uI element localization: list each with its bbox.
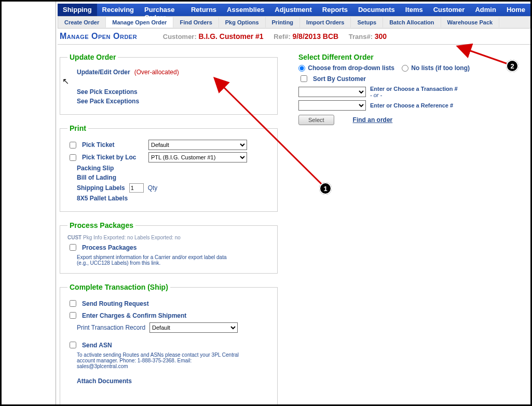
callout-1: 1 xyxy=(319,182,332,195)
nav-admin[interactable]: Admin xyxy=(470,4,501,16)
subnav-create-order[interactable]: Create Order xyxy=(58,17,106,28)
process-packages-desc: Export shipment information for a Carrie… xyxy=(77,254,233,266)
pkg-status: Pkg Info Exported: no Labels Exported: n… xyxy=(83,235,181,240)
enter-charges-link[interactable]: Enter Charges & Confirm Shipment xyxy=(82,312,186,319)
nav-assemblies[interactable]: Assemblies xyxy=(222,4,269,16)
process-packages-link[interactable]: Process Packages xyxy=(82,244,137,251)
send-asn-desc: To activate sending Routes and ASNs plea… xyxy=(77,352,243,369)
pick-ticket-loc-checkbox[interactable] xyxy=(70,154,76,161)
print-legend: Print xyxy=(67,124,88,132)
pick-ticket-checkbox[interactable] xyxy=(70,142,76,148)
header-bar: Manage Open Order Customer: B.I.G. Custo… xyxy=(58,29,530,45)
nav-home[interactable]: Home xyxy=(501,4,530,16)
see-pick-exceptions-link[interactable]: See Pick Exceptions xyxy=(77,88,138,96)
nav-customer[interactable]: Customer xyxy=(428,4,470,16)
select-different-order-header: Select Different Order xyxy=(298,53,496,61)
send-routing-checkbox[interactable] xyxy=(70,300,76,307)
nav-receiving[interactable]: Receiving xyxy=(97,4,139,16)
print-record-label: Print Transaction Record xyxy=(77,324,145,331)
update-order-box: Update Order Update/Edit Order (Over-all… xyxy=(60,53,278,115)
complete-transaction-legend: Complete Transaction (Ship) xyxy=(67,283,170,291)
main-nav: Shipping Receiving Purchase Orders Retur… xyxy=(58,4,530,16)
pick-ticket-loc-select[interactable]: PTL (B.I.G. Customer #1) xyxy=(148,152,247,163)
choose-dropdown-option[interactable]: Choose from drop-down lists xyxy=(298,64,394,72)
select-button[interactable]: Select xyxy=(298,115,334,125)
reference-select[interactable] xyxy=(298,100,366,111)
subnav-manage-open-order[interactable]: Manage Open Order xyxy=(106,17,173,28)
process-packages-checkbox[interactable] xyxy=(70,244,76,251)
nav-items[interactable]: Items xyxy=(400,4,428,16)
print-box: Print Pick Ticket Default Pick Ticket by… xyxy=(60,124,278,212)
nav-returns[interactable]: Returns xyxy=(186,4,222,16)
shipping-labels-qty-input[interactable] xyxy=(129,183,144,193)
hint-or: - or - xyxy=(370,92,382,98)
pkg-status-prefix: CUST xyxy=(67,235,81,240)
vertical-divider xyxy=(56,2,56,404)
update-order-legend: Update Order xyxy=(67,53,118,61)
sub-nav: Create Order Manage Open Order Find Orde… xyxy=(58,16,530,29)
enter-charges-checkbox[interactable] xyxy=(70,312,76,319)
shipping-labels-link[interactable]: Shipping Labels xyxy=(77,184,125,192)
nav-shipping[interactable]: Shipping xyxy=(58,4,97,16)
qty-label: Qty xyxy=(148,184,158,192)
update-edit-order-link[interactable]: Update/Edit Order xyxy=(77,69,130,76)
attach-documents-link[interactable]: Attach Documents xyxy=(77,377,132,385)
hint-reference: Enter or Choose a Reference # xyxy=(370,102,453,109)
pick-ticket-loc-link[interactable]: Pick Ticket by Loc xyxy=(82,154,144,161)
over-allocated-note: (Over-allocated) xyxy=(134,69,179,76)
customer-label: Customer: xyxy=(163,33,197,40)
subnav-setups[interactable]: Setups xyxy=(351,17,383,28)
transaction-select[interactable] xyxy=(298,87,366,97)
pick-ticket-select[interactable]: Default xyxy=(148,140,247,150)
pallet-labels-link[interactable]: 8X5 Pallet Labels xyxy=(77,195,128,202)
cursor-icon: ↖ xyxy=(62,76,69,86)
callout-2: 2 xyxy=(506,60,519,72)
pick-ticket-link[interactable]: Pick Ticket xyxy=(82,141,144,148)
find-an-order-link[interactable]: Find an order xyxy=(353,116,393,124)
ref-label: Ref#: xyxy=(274,33,291,40)
process-packages-box: Process Packages CUST Pkg Info Exported:… xyxy=(60,221,278,274)
trans-value: 300 xyxy=(375,32,387,40)
subnav-printing[interactable]: Printing xyxy=(266,17,301,28)
nav-reports[interactable]: Reports xyxy=(317,4,353,16)
hint-transaction: Enter or Choose a Transaction # xyxy=(370,86,458,92)
nav-purchase-orders[interactable]: Purchase Orders xyxy=(139,4,186,16)
see-pack-exceptions-link[interactable]: See Pack Exceptions xyxy=(77,98,139,105)
complete-transaction-box: Complete Transaction (Ship) Send Routing… xyxy=(60,283,278,406)
process-packages-legend: Process Packages xyxy=(67,221,135,229)
no-lists-option[interactable]: No lists (if too long) xyxy=(402,64,470,72)
page-title: Manage Open Order xyxy=(60,32,137,40)
subnav-warehouse-pack[interactable]: Warehouse Pack xyxy=(441,17,500,28)
customer-value: B.I.G. Customer #1 xyxy=(198,32,263,40)
sort-by-customer-label: Sort By Customer xyxy=(313,75,366,83)
sort-by-customer-checkbox[interactable] xyxy=(301,75,307,82)
subnav-find-orders[interactable]: Find Orders xyxy=(173,17,219,28)
subnav-import-orders[interactable]: Import Orders xyxy=(300,17,351,28)
print-record-select[interactable]: Default xyxy=(149,322,238,333)
choose-dropdown-radio[interactable] xyxy=(298,65,305,72)
packing-slip-link[interactable]: Packing Slip xyxy=(77,165,114,172)
send-routing-link[interactable]: Send Routing Request xyxy=(82,300,149,307)
subnav-pkg-options[interactable]: Pkg Options xyxy=(219,17,266,28)
trans-label: Trans#: xyxy=(349,33,373,40)
nav-documents[interactable]: Documents xyxy=(353,4,400,16)
nav-adjustment[interactable]: Adjustment xyxy=(269,4,317,16)
no-lists-radio[interactable] xyxy=(402,65,408,72)
send-asn-link[interactable]: Send ASN xyxy=(82,342,112,349)
subnav-batch-allocation[interactable]: Batch Allocation xyxy=(383,17,441,28)
bill-of-lading-link[interactable]: Bill of Lading xyxy=(77,174,116,181)
ref-value: 9/8/2013 BCB xyxy=(292,32,338,40)
send-asn-checkbox[interactable] xyxy=(70,342,76,348)
